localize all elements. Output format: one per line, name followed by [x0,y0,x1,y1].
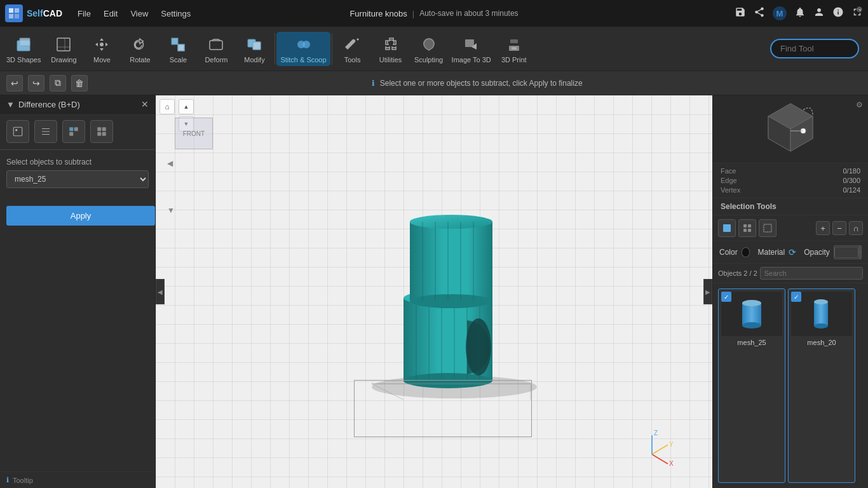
furniture-knob-svg [353,171,556,412]
mesh-stats: Face 0/180 Edge 0/300 Vertex 0/124 [713,163,868,198]
opacity-input[interactable]: 100 [834,247,858,258]
info-text: Select one or more objects to subtract, … [380,79,583,88]
toolbar-sculpting[interactable]: Sculpting [410,32,448,66]
save-icon[interactable] [735,6,746,20]
toolbar-tools[interactable]: Tools [334,32,372,66]
menu-file[interactable]: File [72,6,96,21]
stitch-scoop-label: Stitch & Scoop [280,56,326,64]
toolbar-move[interactable]: Move [83,32,121,66]
object-card-mesh20[interactable]: ✓ mesh [788,288,855,483]
rotate-icon [130,34,150,55]
collapse-arrow[interactable]: ◀ [167,159,175,168]
toolbar-drawing[interactable]: Drawing [44,32,83,66]
color-picker[interactable] [742,247,750,257]
3d-shapes-label: 3D Shapes [6,56,41,64]
viewport[interactable]: ⌂ ▲ ▼ FRONT ◀ ▼ [156,95,712,488]
notification-icon[interactable] [794,6,806,20]
svg-line-54 [652,445,668,454]
app-logo[interactable]: SelfCAD [5,4,62,22]
mesh20-name: mesh_20 [791,339,852,346]
home-nav-button[interactable]: ⌂ [159,99,175,114]
front-label: FRONT [183,130,205,137]
find-tool-input[interactable] [770,39,859,58]
deform-icon [206,34,226,55]
menu-view[interactable]: View [125,6,153,21]
svg-rect-23 [69,127,73,131]
toolbar-modify[interactable]: Modify [235,32,273,66]
svg-point-9 [100,43,104,46]
svg-point-75 [814,323,828,329]
sel-plus-icon[interactable]: + [816,221,830,235]
toolbar-3d-shapes[interactable]: 3D Shapes [3,32,44,66]
duplicate-button[interactable]: ⧉ [50,75,66,92]
objects-search-input[interactable] [760,267,863,280]
utilities-label: Utilities [379,56,402,64]
collapse-right-button[interactable]: ▶ [703,279,712,304]
panel-close-button[interactable]: ✕ [141,99,149,109]
delete-button[interactable]: 🗑 [71,75,88,92]
toolbar-utilities[interactable]: Utilities [372,32,410,66]
apply-button[interactable]: Apply [6,206,155,226]
user-icon[interactable] [813,6,825,20]
tools-icon [342,34,363,55]
expand-arrow[interactable]: ▼ [167,206,175,215]
svg-rect-65 [743,224,747,227]
svg-rect-29 [102,132,106,136]
panel-icon-3[interactable] [62,120,85,143]
left-panel-header: ▼ Difference (B+D) ✕ [0,95,155,114]
viewport-grid[interactable]: ⌂ ▲ ▼ FRONT ◀ ▼ [156,95,712,488]
sel-face-icon[interactable] [718,219,736,237]
material-icon[interactable]: ⟳ [789,247,796,257]
toolbar-deform[interactable]: Deform [197,32,235,66]
sel-minus-icon[interactable]: − [832,221,846,235]
svg-rect-73 [814,302,828,326]
share-icon[interactable] [754,6,765,20]
menu-settings[interactable]: Settings [156,6,196,21]
svg-point-72 [742,322,761,329]
scale-label: Scale [170,56,187,64]
menu-edit[interactable]: Edit [98,6,123,21]
rotate-label: Rotate [130,56,150,64]
svg-rect-64 [723,224,731,232]
panel-icon-2[interactable] [34,120,57,143]
sel-intersect-icon[interactable]: ∩ [849,221,863,235]
sculpting-label: Sculpting [414,56,443,64]
scale-icon [168,34,188,55]
sel-box-icon[interactable] [759,219,776,237]
svg-rect-24 [74,127,78,131]
collapse-left-button[interactable]: ◀ [156,279,165,304]
toolbar-stitch-scoop[interactable]: Stitch & Scoop [276,32,330,66]
panel-icon-4[interactable] [90,120,113,143]
opacity-down[interactable]: ▼ [858,252,862,259]
svg-rect-21 [13,127,22,136]
sel-grid-icon[interactable] [738,219,756,237]
opacity-up[interactable]: ▲ [858,246,862,252]
profile-m-icon[interactable]: M [773,6,787,20]
3d-print-icon [504,34,524,55]
panel-icon-1[interactable] [6,120,29,143]
sculpting-icon [419,34,439,55]
logo-icon [5,4,23,22]
dropdown-arrow-icon: ▼ [6,100,15,109]
mesh-select[interactable]: mesh_25 mesh_20 [6,170,149,188]
undo-button[interactable]: ↩ [6,75,23,92]
modify-label: Modify [244,56,264,64]
main-area: ▼ Difference (B+D) ✕ Select objects to s… [0,95,868,488]
svg-rect-0 [9,8,13,13]
info-icon[interactable] [832,6,844,20]
svg-point-16 [302,41,310,48]
toolbar-scale[interactable]: Scale [159,32,197,66]
object-card-mesh25[interactable]: ✓ mesh [718,288,785,483]
objects-grid: ✓ mesh [713,283,868,488]
svg-rect-67 [743,229,747,232]
axes-indicator: X Y Z [630,429,674,469]
objects-settings-icon[interactable]: ⚙ [856,5,863,14]
toolbar-rotate[interactable]: Rotate [121,32,159,66]
toolbar-image-to-3d[interactable]: Image To 3D [448,32,495,66]
cube-settings-icon[interactable]: ⚙ [856,100,863,109]
vertex-count: 0/124 [843,186,860,194]
toolbar-3d-print[interactable]: 3D Print [495,32,533,66]
nav-up-button[interactable]: ▲ [179,99,194,114]
tooltip-label: Tooltip [13,477,33,484]
redo-button[interactable]: ↪ [28,75,44,92]
